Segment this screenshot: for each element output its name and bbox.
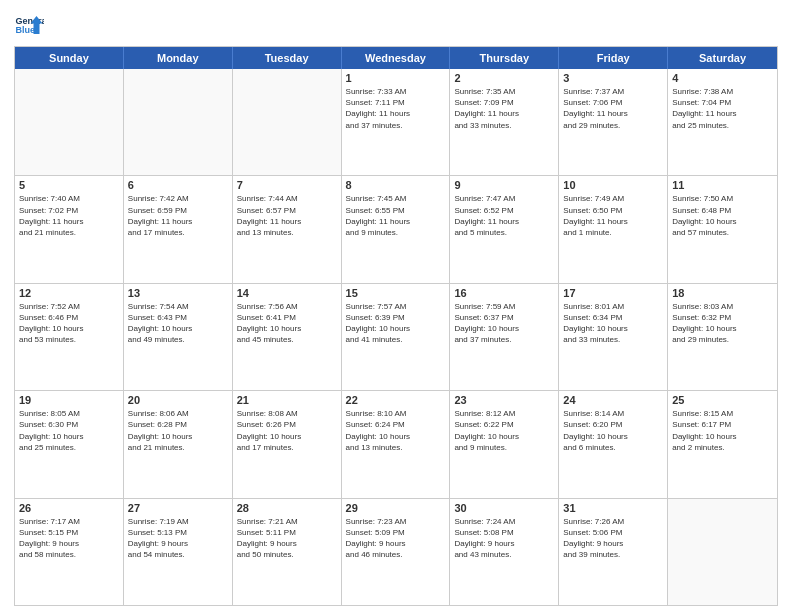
day-number: 29: [346, 502, 446, 514]
page: General Blue SundayMondayTuesdayWednesda…: [0, 0, 792, 612]
day-info: Sunrise: 8:12 AM Sunset: 6:22 PM Dayligh…: [454, 408, 554, 453]
day-cell-7: 7Sunrise: 7:44 AM Sunset: 6:57 PM Daylig…: [233, 176, 342, 282]
day-cell-11: 11Sunrise: 7:50 AM Sunset: 6:48 PM Dayli…: [668, 176, 777, 282]
day-info: Sunrise: 7:50 AM Sunset: 6:48 PM Dayligh…: [672, 193, 773, 238]
day-cell-26: 26Sunrise: 7:17 AM Sunset: 5:15 PM Dayli…: [15, 499, 124, 605]
day-number: 2: [454, 72, 554, 84]
day-number: 3: [563, 72, 663, 84]
day-info: Sunrise: 7:42 AM Sunset: 6:59 PM Dayligh…: [128, 193, 228, 238]
day-number: 14: [237, 287, 337, 299]
day-info: Sunrise: 7:23 AM Sunset: 5:09 PM Dayligh…: [346, 516, 446, 561]
day-cell-21: 21Sunrise: 8:08 AM Sunset: 6:26 PM Dayli…: [233, 391, 342, 497]
day-info: Sunrise: 8:08 AM Sunset: 6:26 PM Dayligh…: [237, 408, 337, 453]
day-cell-12: 12Sunrise: 7:52 AM Sunset: 6:46 PM Dayli…: [15, 284, 124, 390]
day-number: 24: [563, 394, 663, 406]
day-info: Sunrise: 8:14 AM Sunset: 6:20 PM Dayligh…: [563, 408, 663, 453]
day-number: 26: [19, 502, 119, 514]
day-cell-19: 19Sunrise: 8:05 AM Sunset: 6:30 PM Dayli…: [15, 391, 124, 497]
calendar-row-1: 1Sunrise: 7:33 AM Sunset: 7:11 PM Daylig…: [15, 69, 777, 175]
day-number: 1: [346, 72, 446, 84]
day-number: 11: [672, 179, 773, 191]
empty-cell: [15, 69, 124, 175]
day-cell-3: 3Sunrise: 7:37 AM Sunset: 7:06 PM Daylig…: [559, 69, 668, 175]
day-cell-16: 16Sunrise: 7:59 AM Sunset: 6:37 PM Dayli…: [450, 284, 559, 390]
day-cell-29: 29Sunrise: 7:23 AM Sunset: 5:09 PM Dayli…: [342, 499, 451, 605]
day-number: 5: [19, 179, 119, 191]
day-cell-31: 31Sunrise: 7:26 AM Sunset: 5:06 PM Dayli…: [559, 499, 668, 605]
day-number: 28: [237, 502, 337, 514]
header-day-saturday: Saturday: [668, 47, 777, 69]
day-info: Sunrise: 7:38 AM Sunset: 7:04 PM Dayligh…: [672, 86, 773, 131]
day-info: Sunrise: 7:33 AM Sunset: 7:11 PM Dayligh…: [346, 86, 446, 131]
day-number: 25: [672, 394, 773, 406]
day-number: 20: [128, 394, 228, 406]
day-info: Sunrise: 7:35 AM Sunset: 7:09 PM Dayligh…: [454, 86, 554, 131]
calendar-row-2: 5Sunrise: 7:40 AM Sunset: 7:02 PM Daylig…: [15, 175, 777, 282]
day-number: 13: [128, 287, 228, 299]
day-info: Sunrise: 7:37 AM Sunset: 7:06 PM Dayligh…: [563, 86, 663, 131]
day-cell-24: 24Sunrise: 8:14 AM Sunset: 6:20 PM Dayli…: [559, 391, 668, 497]
calendar: SundayMondayTuesdayWednesdayThursdayFrid…: [14, 46, 778, 606]
day-cell-8: 8Sunrise: 7:45 AM Sunset: 6:55 PM Daylig…: [342, 176, 451, 282]
day-number: 12: [19, 287, 119, 299]
day-cell-27: 27Sunrise: 7:19 AM Sunset: 5:13 PM Dayli…: [124, 499, 233, 605]
day-number: 22: [346, 394, 446, 406]
day-number: 17: [563, 287, 663, 299]
day-cell-28: 28Sunrise: 7:21 AM Sunset: 5:11 PM Dayli…: [233, 499, 342, 605]
day-cell-23: 23Sunrise: 8:12 AM Sunset: 6:22 PM Dayli…: [450, 391, 559, 497]
day-info: Sunrise: 7:57 AM Sunset: 6:39 PM Dayligh…: [346, 301, 446, 346]
day-info: Sunrise: 7:52 AM Sunset: 6:46 PM Dayligh…: [19, 301, 119, 346]
day-info: Sunrise: 8:05 AM Sunset: 6:30 PM Dayligh…: [19, 408, 119, 453]
svg-text:Blue: Blue: [16, 25, 36, 35]
logo-icon: General Blue: [14, 10, 44, 40]
day-cell-20: 20Sunrise: 8:06 AM Sunset: 6:28 PM Dayli…: [124, 391, 233, 497]
empty-cell: [668, 499, 777, 605]
day-info: Sunrise: 7:40 AM Sunset: 7:02 PM Dayligh…: [19, 193, 119, 238]
header-day-tuesday: Tuesday: [233, 47, 342, 69]
day-cell-2: 2Sunrise: 7:35 AM Sunset: 7:09 PM Daylig…: [450, 69, 559, 175]
day-number: 9: [454, 179, 554, 191]
day-cell-18: 18Sunrise: 8:03 AM Sunset: 6:32 PM Dayli…: [668, 284, 777, 390]
day-number: 18: [672, 287, 773, 299]
day-info: Sunrise: 7:59 AM Sunset: 6:37 PM Dayligh…: [454, 301, 554, 346]
day-info: Sunrise: 7:47 AM Sunset: 6:52 PM Dayligh…: [454, 193, 554, 238]
day-number: 30: [454, 502, 554, 514]
day-info: Sunrise: 7:21 AM Sunset: 5:11 PM Dayligh…: [237, 516, 337, 561]
day-number: 21: [237, 394, 337, 406]
header-day-sunday: Sunday: [15, 47, 124, 69]
calendar-body: 1Sunrise: 7:33 AM Sunset: 7:11 PM Daylig…: [15, 69, 777, 605]
day-info: Sunrise: 7:49 AM Sunset: 6:50 PM Dayligh…: [563, 193, 663, 238]
day-cell-10: 10Sunrise: 7:49 AM Sunset: 6:50 PM Dayli…: [559, 176, 668, 282]
header: General Blue: [14, 10, 778, 40]
day-cell-6: 6Sunrise: 7:42 AM Sunset: 6:59 PM Daylig…: [124, 176, 233, 282]
day-cell-1: 1Sunrise: 7:33 AM Sunset: 7:11 PM Daylig…: [342, 69, 451, 175]
day-info: Sunrise: 7:26 AM Sunset: 5:06 PM Dayligh…: [563, 516, 663, 561]
day-info: Sunrise: 8:01 AM Sunset: 6:34 PM Dayligh…: [563, 301, 663, 346]
empty-cell: [124, 69, 233, 175]
day-number: 31: [563, 502, 663, 514]
calendar-row-5: 26Sunrise: 7:17 AM Sunset: 5:15 PM Dayli…: [15, 498, 777, 605]
day-cell-14: 14Sunrise: 7:56 AM Sunset: 6:41 PM Dayli…: [233, 284, 342, 390]
day-info: Sunrise: 7:45 AM Sunset: 6:55 PM Dayligh…: [346, 193, 446, 238]
header-day-monday: Monday: [124, 47, 233, 69]
calendar-header: SundayMondayTuesdayWednesdayThursdayFrid…: [15, 47, 777, 69]
day-info: Sunrise: 7:17 AM Sunset: 5:15 PM Dayligh…: [19, 516, 119, 561]
day-cell-5: 5Sunrise: 7:40 AM Sunset: 7:02 PM Daylig…: [15, 176, 124, 282]
day-number: 23: [454, 394, 554, 406]
day-cell-13: 13Sunrise: 7:54 AM Sunset: 6:43 PM Dayli…: [124, 284, 233, 390]
day-number: 27: [128, 502, 228, 514]
logo: General Blue: [14, 10, 48, 40]
day-number: 4: [672, 72, 773, 84]
header-day-wednesday: Wednesday: [342, 47, 451, 69]
day-cell-17: 17Sunrise: 8:01 AM Sunset: 6:34 PM Dayli…: [559, 284, 668, 390]
day-number: 10: [563, 179, 663, 191]
day-number: 19: [19, 394, 119, 406]
day-number: 8: [346, 179, 446, 191]
day-number: 15: [346, 287, 446, 299]
day-number: 7: [237, 179, 337, 191]
day-cell-25: 25Sunrise: 8:15 AM Sunset: 6:17 PM Dayli…: [668, 391, 777, 497]
day-info: Sunrise: 8:06 AM Sunset: 6:28 PM Dayligh…: [128, 408, 228, 453]
day-cell-30: 30Sunrise: 7:24 AM Sunset: 5:08 PM Dayli…: [450, 499, 559, 605]
day-info: Sunrise: 7:44 AM Sunset: 6:57 PM Dayligh…: [237, 193, 337, 238]
day-cell-4: 4Sunrise: 7:38 AM Sunset: 7:04 PM Daylig…: [668, 69, 777, 175]
